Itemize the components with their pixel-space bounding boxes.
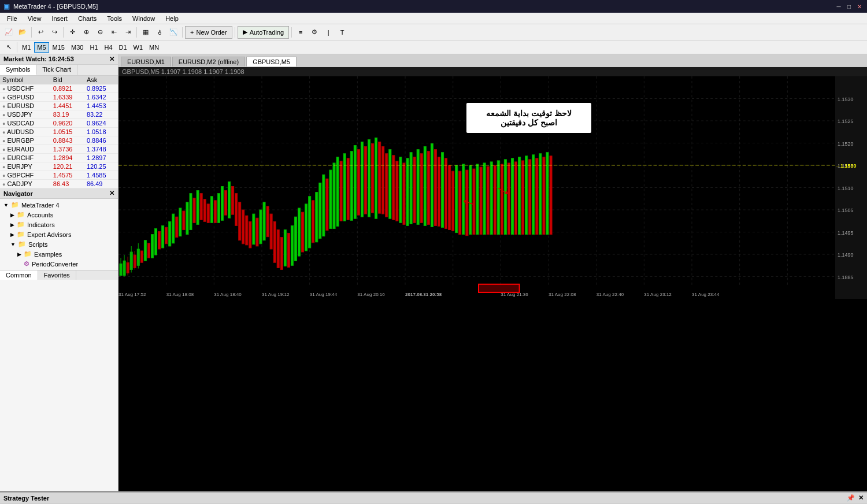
undo-btn[interactable]: ↩ xyxy=(34,26,47,39)
market-watch-row[interactable]: ● EURUSD 1.4451 1.4453 xyxy=(0,102,118,110)
svg-rect-113 xyxy=(413,157,416,223)
close-button[interactable]: ✕ xyxy=(855,2,864,10)
menu-help[interactable]: Help xyxy=(161,14,183,23)
market-watch-row[interactable]: ● USDJPY 83.19 83.22 xyxy=(0,110,118,119)
tf-h1[interactable]: H1 xyxy=(87,42,101,53)
redo-btn[interactable]: ↪ xyxy=(48,26,61,39)
nav-tab-favorites[interactable]: Favorites xyxy=(38,270,76,280)
new-order-button[interactable]: + New Order xyxy=(185,26,232,39)
new-chart-btn[interactable]: 📈 xyxy=(2,26,15,39)
crosshair-btn[interactable]: ✛ xyxy=(66,26,79,39)
menu-tools[interactable]: Tools xyxy=(102,14,127,23)
chart-shift-btn[interactable]: ⇤ xyxy=(108,26,120,39)
tf-d1[interactable]: D1 xyxy=(116,42,130,53)
bar-chart-btn[interactable]: ▦ xyxy=(139,26,152,39)
tree-scripts[interactable]: ▼ 📁 Scripts xyxy=(1,239,117,249)
svg-rect-76 xyxy=(284,230,286,266)
chart-type-btn[interactable]: ≡ xyxy=(294,26,307,39)
menu-view[interactable]: View xyxy=(23,14,46,23)
market-watch-body: ● USDCHF 0.8921 0.8925 ● GBPUSD 1.6339 1… xyxy=(0,84,118,188)
market-watch-row[interactable]: ● EURAUD 1.3736 1.3748 xyxy=(0,145,118,154)
tf-h4[interactable]: H4 xyxy=(101,42,115,53)
svg-rect-121 xyxy=(442,153,444,228)
mw-ask: 0.8846 xyxy=(84,136,118,145)
svg-rect-104 xyxy=(382,147,384,214)
menu-file[interactable]: File xyxy=(2,14,22,23)
tree-accounts[interactable]: ▶ 📁 Accounts xyxy=(1,210,117,220)
tf-m15[interactable]: M15 xyxy=(50,42,68,53)
maximize-button[interactable]: □ xyxy=(845,2,853,10)
minimize-button[interactable]: ─ xyxy=(835,2,843,10)
mw-ask: 1.2897 xyxy=(84,154,118,162)
svg-rect-49 xyxy=(190,194,192,230)
tree-examples[interactable]: ▶ 📁 Examples xyxy=(1,249,117,259)
nav-tab-common[interactable]: Common xyxy=(0,270,38,280)
tf-m30[interactable]: M30 xyxy=(68,42,86,53)
svg-rect-112 xyxy=(410,153,412,224)
tree-indicators[interactable]: ▶ 📁 Indicators xyxy=(1,220,117,229)
tree-period-converter[interactable]: ▶ ⚙ PeriodConverter xyxy=(1,259,117,269)
chart-tab-gbpusd-m5[interactable]: GBPUSD,M5 xyxy=(246,57,297,66)
market-watch-table: Symbol Bid Ask ● USDCHF 0.8921 0.8925 ● … xyxy=(0,76,118,188)
market-watch-row[interactable]: ● AUDUSD 1.0515 1.0518 xyxy=(0,128,118,136)
svg-rect-68 xyxy=(256,218,258,246)
period-sep-btn[interactable]: | xyxy=(322,26,335,39)
chart-auto-btn[interactable]: ⇥ xyxy=(121,26,134,39)
market-watch-row[interactable]: ● EURJPY 120.21 120.25 xyxy=(0,162,118,171)
market-watch: Market Watch: 16:24:53 ✕ Symbols Tick Ch… xyxy=(0,54,118,188)
tf-mn[interactable]: MN xyxy=(146,42,162,53)
bp-close-icon[interactable]: ✕ xyxy=(858,494,864,502)
menu-charts[interactable]: Charts xyxy=(73,14,101,23)
market-watch-row[interactable]: ● GBPCHF 1.4575 1.4585 xyxy=(0,171,118,180)
navigator-close[interactable]: ✕ xyxy=(109,190,114,197)
chart-tab-eurusd-m1[interactable]: EURUSD,M1 xyxy=(121,57,171,66)
market-watch-row[interactable]: ● USDCHF 0.8921 0.8925 xyxy=(0,84,118,93)
price-axis: 1.1530 1.1525 1.1520 1.1515 1.1510 1.150… xyxy=(835,76,867,299)
cursor-btn[interactable]: ↖ xyxy=(2,41,15,54)
mw-ask: 1.4585 xyxy=(84,171,118,180)
tf-m5[interactable]: M5 xyxy=(34,42,49,53)
svg-rect-132 xyxy=(480,167,482,235)
candle-btn[interactable]: 🕯 xyxy=(153,26,166,39)
svg-rect-88 xyxy=(326,179,328,230)
mw-symbol: ● USDCHF xyxy=(0,84,51,93)
market-watch-close[interactable]: ✕ xyxy=(109,55,114,63)
tf-w1[interactable]: W1 xyxy=(131,42,146,53)
svg-rect-65 xyxy=(246,216,248,245)
svg-rect-79 xyxy=(294,217,297,261)
zoom-in-btn[interactable]: ⊕ xyxy=(80,26,92,39)
tree-metatrader4[interactable]: ▼ 📁 MetaTrader 4 xyxy=(1,200,117,210)
tf-m1[interactable]: M1 xyxy=(19,42,34,53)
market-watch-row[interactable]: ● CADJPY 86.43 86.49 xyxy=(0,180,118,188)
open-btn[interactable]: 📂 xyxy=(16,26,29,39)
template-btn[interactable]: T xyxy=(336,26,349,39)
mw-bid: 0.9620 xyxy=(51,119,84,128)
menu-insert[interactable]: Insert xyxy=(47,14,72,23)
mw-bid: 120.21 xyxy=(51,162,84,171)
tab-tick-chart[interactable]: Tick Chart xyxy=(36,65,77,75)
menu-window[interactable]: Window xyxy=(128,14,160,23)
tree-expert-advisors[interactable]: ▶ 📁 Expert Advisors xyxy=(1,229,117,239)
mw-bid: 1.6339 xyxy=(51,93,84,102)
svg-rect-90 xyxy=(333,163,335,228)
market-watch-row[interactable]: ● GBPUSD 1.6339 1.6342 xyxy=(0,93,118,102)
market-watch-row[interactable]: ● EURGBP 0.8843 0.8846 xyxy=(0,136,118,145)
autotrading-button[interactable]: ▶ AutoTrading xyxy=(238,26,290,39)
chart-tab-eurusd-m2[interactable]: EURUSD,M2 (offline) xyxy=(172,57,245,66)
bp-anchor-icon[interactable]: 📌 xyxy=(847,494,855,502)
tab-symbols[interactable]: Symbols xyxy=(0,65,36,75)
svg-rect-143 xyxy=(518,157,521,235)
svg-rect-142 xyxy=(515,162,517,235)
market-watch-row[interactable]: ● EURCHF 1.2894 1.2897 xyxy=(0,154,118,162)
svg-rect-55 xyxy=(210,197,213,223)
svg-rect-134 xyxy=(487,166,489,235)
svg-rect-41 xyxy=(162,225,164,248)
line-chart-btn[interactable]: 📉 xyxy=(167,26,180,39)
market-watch-row[interactable]: ● USDCAD 0.9620 0.9624 xyxy=(0,119,118,128)
zoom-out-btn[interactable]: ⊖ xyxy=(94,26,106,39)
indicators-btn[interactable]: ⚙ xyxy=(308,26,321,39)
svg-text:1.1505: 1.1505 xyxy=(838,207,853,213)
svg-rect-150 xyxy=(543,157,545,235)
script-icon: ⚙ xyxy=(24,260,29,268)
mw-bid: 1.2894 xyxy=(51,154,84,162)
